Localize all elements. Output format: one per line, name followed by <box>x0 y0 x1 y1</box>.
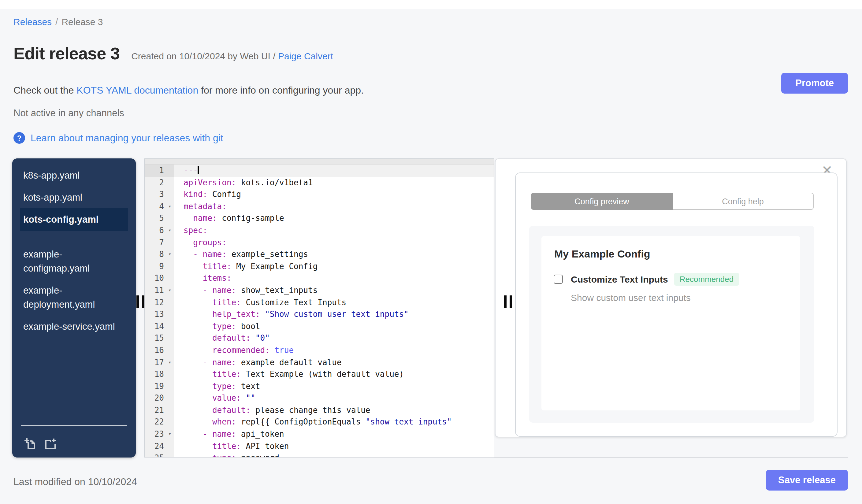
fold-spacer <box>166 380 174 392</box>
code-text: metadata: <box>174 201 494 213</box>
line-number: 7 <box>145 236 166 248</box>
learn-git-link[interactable]: Learn about managing your releases with … <box>30 132 223 143</box>
code-line[interactable]: 17▾ - name: example_default_value <box>145 356 494 368</box>
fold-spacer <box>166 404 174 416</box>
code-text: apiVersion: kots.io/v1beta1 <box>174 176 494 188</box>
code-text: - name: example_settings <box>174 248 494 260</box>
code-line[interactable]: 8▾ - name: example_settings <box>145 248 494 260</box>
tab-config-help[interactable]: Config help <box>672 193 814 210</box>
line-number: 25 <box>145 452 166 458</box>
add-file-icon[interactable] <box>24 437 37 450</box>
top-strip <box>0 0 862 9</box>
line-number: 17 <box>145 356 166 368</box>
fold-spacer <box>166 332 174 344</box>
code-line[interactable]: 15 default: "0" <box>145 332 494 344</box>
code-text: default: "0" <box>174 332 494 344</box>
yaml-editor[interactable]: 1---2apiVersion: kots.io/v1beta13kind: C… <box>144 158 494 457</box>
sidebar-footer <box>12 420 136 457</box>
line-number: 4 <box>145 201 166 213</box>
kots-yaml-docs-link[interactable]: KOTS YAML documentation <box>77 85 198 95</box>
resize-handle-preview[interactable] <box>504 295 512 308</box>
promote-button[interactable]: Promote <box>781 73 848 94</box>
preview-tab-bar: Config previewConfig help <box>531 193 814 210</box>
code-line[interactable]: 19 type: text <box>145 380 494 392</box>
code-line[interactable]: 9 title: My Example Config <box>145 261 494 273</box>
config-group-title: My Example Config <box>554 248 650 261</box>
resize-handle-sidebar[interactable] <box>136 295 144 308</box>
code-line[interactable]: 2apiVersion: kots.io/v1beta1 <box>145 176 494 188</box>
code-line[interactable]: 3kind: Config <box>145 188 494 200</box>
fold-arrow-icon[interactable]: ▾ <box>166 428 174 440</box>
code-line[interactable]: 22 when: repl{{ ConfigOptionEquals "show… <box>145 416 494 428</box>
config-preview-card: Config previewConfig help My Example Con… <box>515 172 837 437</box>
line-number: 18 <box>145 368 166 380</box>
code-text: title: Text Example (with default value) <box>174 368 494 380</box>
docs-line-pre: Check out the <box>13 85 77 95</box>
code-line[interactable]: 5 name: config-sample <box>145 213 494 225</box>
code-line[interactable]: 12 title: Customize Text Inputs <box>145 296 494 308</box>
code-text: type: bool <box>174 320 494 332</box>
docs-line: Check out the KOTS YAML documentation fo… <box>13 85 364 96</box>
code-line[interactable]: 1--- <box>145 164 494 176</box>
breadcrumb-current: Release 3 <box>62 16 103 27</box>
sidebar-file-example-service.yaml[interactable]: example-service.yaml <box>12 315 136 337</box>
line-number: 2 <box>145 176 166 188</box>
fold-arrow-icon[interactable]: ▾ <box>166 248 174 260</box>
sidebar-file-kots-app.yaml[interactable]: kots-app.yaml <box>12 186 136 208</box>
line-number: 16 <box>145 344 166 356</box>
code-line[interactable]: 7 groups: <box>145 236 494 248</box>
line-number: 8 <box>145 248 166 260</box>
code-line[interactable]: 14 type: bool <box>145 320 494 332</box>
code-line[interactable]: 11▾ - name: show_text_inputs <box>145 284 494 296</box>
code-line[interactable]: 25 type: password <box>145 452 494 458</box>
fold-spacer <box>166 344 174 356</box>
docs-line-post: for more info on configuring your app. <box>198 85 364 95</box>
last-modified-text: Last modified on 10/10/2024 <box>13 477 137 488</box>
fold-spacer <box>166 320 174 332</box>
code-text: - name: example_default_value <box>174 356 494 368</box>
fold-arrow-icon[interactable]: ▾ <box>166 201 174 213</box>
fold-spacer <box>166 261 174 273</box>
sidebar-file-example-deployment.yaml[interactable]: example-deployment.yaml <box>12 279 136 315</box>
code-line[interactable]: 24 title: API token <box>145 440 494 452</box>
code-line[interactable]: 10 items: <box>145 273 494 284</box>
code-line[interactable]: 16 recommended: true <box>145 344 494 356</box>
sidebar-file-k8s-app.yaml[interactable]: k8s-app.yaml <box>12 164 136 186</box>
help-question-icon: ? <box>13 132 25 144</box>
customize-text-inputs-checkbox[interactable] <box>554 275 563 284</box>
code-line[interactable]: 20 value: "" <box>145 393 494 404</box>
code-text: title: My Example Config <box>174 261 494 273</box>
line-number: 11 <box>145 284 166 296</box>
text-cursor <box>198 166 199 174</box>
code-line[interactable]: 21 default: please change this value <box>145 404 494 416</box>
sidebar-file-kots-config.yaml[interactable]: kots-config.yaml <box>20 208 128 231</box>
code-line[interactable]: 6▾spec: <box>145 225 494 236</box>
fold-spacer <box>166 164 174 176</box>
code-line[interactable]: 23▾ - name: api_token <box>145 428 494 440</box>
breadcrumb-releases-link[interactable]: Releases <box>13 16 52 27</box>
fold-arrow-icon[interactable]: ▾ <box>166 225 174 236</box>
code-text: - name: api_token <box>174 428 494 440</box>
code-line[interactable]: 4▾metadata: <box>145 201 494 213</box>
code-text: type: text <box>174 380 494 392</box>
fold-spacer <box>166 368 174 380</box>
fold-arrow-icon[interactable]: ▾ <box>166 284 174 296</box>
line-number: 21 <box>145 404 166 416</box>
sidebar-file-example-configmap.yaml[interactable]: example-configmap.yaml <box>12 243 136 279</box>
config-item-help-text: Show custom user text inputs <box>571 292 691 303</box>
fold-spacer <box>166 440 174 452</box>
tab-config-preview[interactable]: Config preview <box>531 193 672 210</box>
file-actions <box>12 431 136 457</box>
line-number: 15 <box>145 332 166 344</box>
fold-arrow-icon[interactable]: ▾ <box>166 356 174 368</box>
sidebar-footer-divider <box>21 425 127 426</box>
add-folder-icon[interactable] <box>44 437 57 450</box>
config-render-area: My Example Config Customize Text Inputs … <box>529 226 814 423</box>
code-line[interactable]: 18 title: Text Example (with default val… <box>145 368 494 380</box>
save-release-button[interactable]: Save release <box>766 470 848 491</box>
created-author-link[interactable]: Paige Calvert <box>278 51 333 61</box>
code-text: default: please change this value <box>174 404 494 416</box>
title-row: Edit release 3 Created on 10/10/2024 by … <box>13 44 333 64</box>
code-lines: 1---2apiVersion: kots.io/v1beta13kind: C… <box>145 164 494 457</box>
code-line[interactable]: 13 help_text: "Show custom user text inp… <box>145 308 494 320</box>
